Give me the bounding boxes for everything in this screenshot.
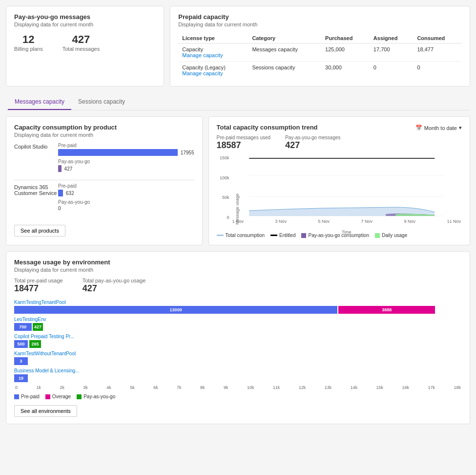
- x-axis-tick: 0: [15, 385, 18, 390]
- assigned-cell: 17,700: [370, 43, 414, 62]
- purchased-cell: 30,000: [321, 62, 370, 80]
- env-row: LeoTestingEnv 700427: [14, 317, 462, 331]
- category-cell: Sessions capacity: [248, 62, 321, 80]
- env-row: Copilot Prepaid Testing Pr... 500265: [14, 334, 462, 348]
- env-row: KarmTestWithoutTenantPool 3: [14, 351, 462, 365]
- billing-plans-value: 12: [14, 33, 43, 46]
- payg-bar-container: 427: [58, 165, 194, 172]
- x-axis-tick: 17k: [428, 385, 435, 390]
- payg-legend-icon: [77, 394, 82, 399]
- prepaid-bar: [58, 149, 178, 156]
- trend-chart-svg: [231, 154, 462, 218]
- env-bar-row: 500265: [14, 340, 462, 348]
- x-axis-tick: 10k: [247, 385, 254, 390]
- x-label-3nov: 3 Nov: [275, 219, 287, 224]
- col-assigned: Assigned: [370, 33, 414, 43]
- payg-messages-label: Pay-as-you-go messages: [285, 135, 340, 140]
- col-purchased: Purchased: [321, 33, 370, 43]
- total-payg-label: Total pay-as-you-go usage: [83, 278, 146, 283]
- legend-daily-usage-label: Daily usage: [382, 233, 407, 238]
- trend-card: Total capacity consumption trend 📅 Month…: [208, 116, 471, 245]
- prepaid-segment: 13000: [14, 306, 337, 314]
- prepaid-legend-icon: [14, 394, 19, 399]
- x-axis-label-time: Time: [342, 230, 352, 235]
- x-axis-tick: 9k: [224, 385, 228, 390]
- small-prepaid-label: 19: [14, 374, 28, 382]
- period-label: Month to date: [424, 125, 457, 131]
- legend-payg-consumption-label: Pay-as-you-go consumption: [308, 233, 369, 238]
- overage-segment: 3888: [338, 306, 435, 314]
- prepaid-messages-label: Pre-paid messages used: [217, 135, 271, 140]
- manage-capacity-link[interactable]: Manage capacity: [182, 52, 223, 58]
- total-prepaid-value: 18477: [14, 283, 63, 294]
- x-axis-tick: 4k: [106, 385, 111, 390]
- prepaid-bar-group: Pre-paid 17955: [58, 143, 194, 156]
- x-axis-tick: 11k: [273, 385, 280, 390]
- legend-prepaid: Pre-paid: [14, 394, 40, 399]
- prepaid-messages-stat: Pre-paid messages used 18587: [217, 135, 271, 151]
- payg-bar-value: 0: [58, 206, 61, 211]
- x-label-7nov: 7 Nov: [361, 219, 373, 224]
- payg-bar-group: Pay-as-you-go 427: [58, 159, 194, 172]
- payg-legend-label: Pay-as-you-go: [83, 394, 115, 399]
- total-messages-label: Total messages: [62, 46, 100, 52]
- see-all-environments-button[interactable]: See all environments: [14, 405, 77, 417]
- small-prepaid-label: 500: [14, 340, 28, 348]
- tab-sessions-capacity[interactable]: Sessions capacity: [71, 94, 132, 110]
- y-label-50k: 50k: [217, 195, 229, 200]
- tab-messages-capacity[interactable]: Messages capacity: [8, 94, 71, 110]
- total-messages-value: 427: [62, 33, 100, 46]
- trend-title: Total capacity consumption trend: [217, 124, 318, 131]
- product-name: Dynamics 365 Customer Service: [14, 183, 58, 196]
- env-name[interactable]: KarmTestWithoutTenantPool: [14, 351, 462, 356]
- env-row: KarmTestingTenantPool 130003888: [14, 300, 462, 314]
- x-axis-tick: 7k: [177, 385, 182, 390]
- payg-card: Pay-as-you-go messages Displaying data f…: [6, 6, 164, 86]
- col-category: Category: [248, 33, 321, 43]
- total-prepaid-stat: Total pre-paid usage 18477: [14, 278, 63, 294]
- payg-segment: 427: [33, 323, 43, 331]
- x-axis-tick: 1k: [36, 385, 41, 390]
- prepaid-bar-container: 17955: [58, 149, 194, 156]
- prepaid-table-row: Capacity (Legacy) Manage capacity Sessio…: [178, 62, 462, 80]
- license-type-cell: Capacity Manage capacity: [178, 43, 248, 62]
- payg-bar-label: Pay-as-you-go: [58, 159, 194, 164]
- legend-total-consumption: Total consumption: [217, 233, 265, 238]
- calendar-icon: 📅: [415, 125, 422, 131]
- bars-column: Pre-paid 17955 Pay-as-you-go 427: [58, 143, 194, 175]
- legend-entitled-label: Entitled: [279, 233, 295, 238]
- prepaid-title: Prepaid capacity: [178, 13, 462, 21]
- env-bar-row: 3: [14, 357, 462, 365]
- y-label-100k: 100k: [217, 175, 229, 180]
- env-bar-row: 130003888: [14, 306, 462, 314]
- x-axis-tick: 6k: [153, 385, 158, 390]
- total-messages-stat: 427 Total messages: [62, 33, 100, 52]
- x-axis-tick: 14k: [351, 385, 358, 390]
- manage-capacity-link[interactable]: Manage capacity: [182, 70, 223, 76]
- env-name[interactable]: Copilot Prepaid Testing Pr...: [14, 334, 462, 339]
- license-type-value: Capacity (Legacy): [182, 65, 244, 70]
- prepaid-subtitle: Displaying data for current month: [178, 22, 462, 27]
- y-label-150k: 150k: [217, 155, 229, 160]
- env-usage-subtitle: Displaying data for current month: [14, 267, 462, 273]
- env-bar-row: 19: [14, 374, 462, 382]
- env-name[interactable]: Business Model & Licensing...: [14, 368, 462, 373]
- env-name[interactable]: KarmTestingTenantPool: [14, 300, 462, 305]
- prepaid-bar-group: Pre-paid 632: [58, 183, 194, 196]
- consumed-cell: 18,477: [413, 43, 462, 62]
- prepaid-segment: 700: [14, 323, 32, 331]
- bars-column: Pre-paid 632 Pay-as-you-go 0: [58, 183, 194, 214]
- see-all-products-button[interactable]: See all products: [14, 225, 65, 237]
- payg-messages-stat: Pay-as-you-go messages 427: [285, 135, 340, 151]
- x-axis-tick: 16k: [402, 385, 410, 390]
- tab-bar: Messages capacitySessions capacity: [6, 94, 470, 110]
- consumed-cell: 0: [413, 62, 462, 80]
- x-axis-tick: 3k: [83, 385, 88, 390]
- total-payg-stat: Total pay-as-you-go usage 427: [83, 278, 146, 294]
- prepaid-table-row: Capacity Manage capacity Messages capaci…: [178, 43, 462, 62]
- month-to-date-selector[interactable]: 📅 Month to date ▾: [415, 125, 462, 131]
- y-axis-label-message-usage: Message usage: [234, 194, 239, 225]
- env-row: Business Model & Licensing... 19: [14, 368, 462, 382]
- env-name[interactable]: LeoTestingEnv: [14, 317, 462, 322]
- product-row: Copilot Studio Pre-paid 17955 Pay-as-you…: [14, 143, 194, 175]
